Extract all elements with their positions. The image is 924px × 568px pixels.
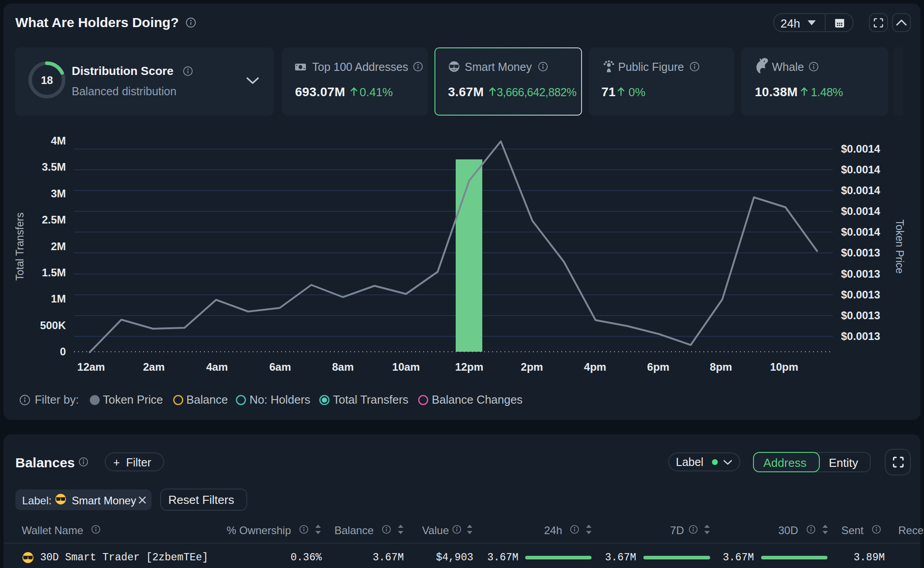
svg-text:4M: 4M xyxy=(51,135,66,147)
svg-text:8pm: 8pm xyxy=(710,361,732,373)
svg-text:6pm: 6pm xyxy=(647,361,669,373)
svg-text:Token Price: Token Price xyxy=(103,393,163,406)
svg-text:2M: 2M xyxy=(51,240,66,252)
svg-text:$0.0014: $0.0014 xyxy=(841,226,880,238)
svg-text:Total Transfers: Total Transfers xyxy=(14,213,26,281)
svg-text:$0.0013: $0.0013 xyxy=(841,247,880,259)
svg-text:8am: 8am xyxy=(332,361,354,373)
svg-text:Filter by:: Filter by: xyxy=(35,393,79,406)
svg-text:4am: 4am xyxy=(206,361,228,373)
svg-text:500K: 500K xyxy=(40,319,66,331)
svg-text:Balance: Balance xyxy=(186,393,228,406)
svg-text:$0.0014: $0.0014 xyxy=(841,143,880,155)
svg-text:$0.0013: $0.0013 xyxy=(841,330,880,342)
svg-text:1.5M: 1.5M xyxy=(42,266,66,279)
svg-text:2.5M: 2.5M xyxy=(42,214,66,226)
svg-text:3.5M: 3.5M xyxy=(42,161,66,173)
svg-text:2pm: 2pm xyxy=(521,361,543,373)
svg-text:12am: 12am xyxy=(77,361,105,373)
svg-text:4pm: 4pm xyxy=(584,361,606,373)
svg-text:$0.0014: $0.0014 xyxy=(841,205,880,217)
svg-text:$0.0013: $0.0013 xyxy=(841,309,880,321)
svg-text:$0.0014: $0.0014 xyxy=(841,163,880,176)
svg-text:Total Transfers: Total Transfers xyxy=(333,393,408,406)
svg-text:2am: 2am xyxy=(143,361,165,373)
svg-text:3M: 3M xyxy=(51,187,66,200)
svg-text:$0.0013: $0.0013 xyxy=(841,289,880,301)
svg-text:12pm: 12pm xyxy=(455,361,484,373)
svg-text:1M: 1M xyxy=(51,293,66,305)
svg-text:$0.0014: $0.0014 xyxy=(841,184,880,196)
svg-text:0: 0 xyxy=(60,345,66,358)
svg-text:10am: 10am xyxy=(392,361,420,373)
svg-text:Balance Changes: Balance Changes xyxy=(432,393,522,406)
svg-text:No: Holders: No: Holders xyxy=(249,393,310,406)
svg-text:Token Price: Token Price xyxy=(894,219,906,274)
svg-text:10pm: 10pm xyxy=(770,361,799,373)
svg-text:$0.0013: $0.0013 xyxy=(841,268,880,280)
svg-text:6am: 6am xyxy=(269,361,291,373)
